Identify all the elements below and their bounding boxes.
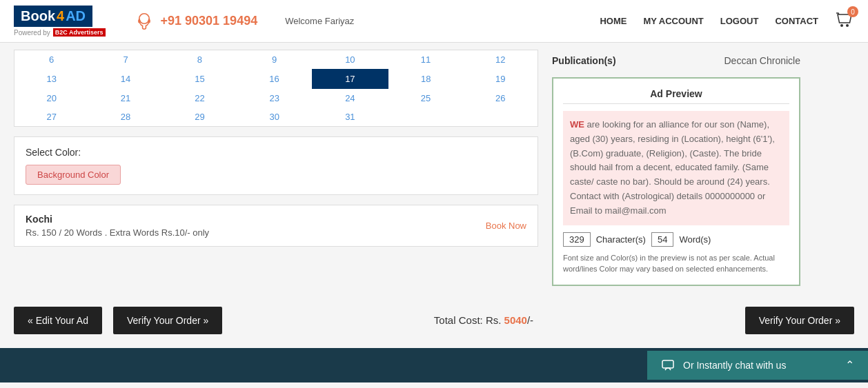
calendar-day[interactable]: 30 — [237, 108, 312, 126]
logo-area: Book 4 AD Powered by B2C Advertisers — [14, 6, 106, 37]
characters-label: Character(s) — [596, 234, 646, 245]
kochi-price: Rs. 150 / 20 Words . Extra Words Rs.10/-… — [26, 227, 209, 238]
ad-text-body: are looking for an alliance for our son … — [570, 119, 775, 216]
calendar-day[interactable]: 29 — [163, 108, 237, 126]
publications-row: Publication(s) Deccan Chronicle — [552, 50, 800, 72]
svg-point-4 — [846, 24, 849, 27]
calendar-container: 6789101112131415161718192021222324252627… — [14, 50, 538, 127]
ad-preview-text: WE are looking for an alliance for our s… — [563, 111, 789, 225]
chat-label: Or Instantly chat with us — [683, 360, 786, 371]
calendar-day[interactable]: 16 — [237, 70, 312, 89]
calendar-day[interactable]: 27 — [14, 108, 88, 126]
svg-rect-2 — [148, 19, 150, 23]
calendar-day[interactable]: 22 — [163, 89, 237, 108]
calendar-day[interactable]: 20 — [14, 89, 88, 108]
select-color-section: Select Color: Background Color — [14, 136, 538, 195]
edit-ad-button[interactable]: « Edit Your Ad — [14, 307, 102, 334]
ad-stats-row: 329 Character(s) 54 Word(s) — [563, 232, 789, 247]
phone-area: +91 90301 19494 — [133, 10, 258, 32]
nav-my-account[interactable]: MY ACCOUNT — [643, 16, 703, 26]
calendar-day[interactable]: 9 — [237, 50, 312, 70]
total-cost-amount: 5040 — [504, 314, 527, 326]
powered-by: Powered by B2C Advertisers — [14, 28, 106, 37]
phone-number[interactable]: +91 90301 19494 — [161, 14, 258, 28]
chevron-up-icon: ⌃ — [845, 358, 854, 371]
header: Book 4 AD Powered by B2C Advertisers +91… — [0, 0, 868, 43]
cart-badge: 0 — [847, 6, 858, 17]
right-panel: Publication(s) Deccan Chronicle Ad Previ… — [552, 50, 800, 286]
footer-chat: Or Instantly chat with us ⌃ — [0, 348, 868, 382]
svg-point-3 — [840, 24, 843, 27]
calendar-day[interactable] — [388, 108, 464, 126]
welcome-text: Welcome Fariyaz — [285, 16, 354, 26]
kochi-left: Kochi Rs. 150 / 20 Words . Extra Words R… — [26, 214, 209, 238]
publications-value: Deccan Chronicle — [724, 55, 801, 66]
words-count: 54 — [651, 232, 673, 247]
nav-links: HOME MY ACCOUNT LOGOUT CONTACT 0 — [600, 10, 854, 32]
total-cost-label: Total Cost: Rs. — [434, 314, 502, 326]
svg-point-0 — [139, 13, 148, 23]
calendar-day[interactable]: 11 — [388, 50, 464, 70]
chat-icon — [661, 358, 675, 372]
b2c-logo: B2C Advertisers — [53, 28, 106, 37]
total-cost-suffix: /- — [527, 314, 533, 326]
logo-four: 4 — [57, 8, 64, 24]
ad-text-bold: WE — [570, 119, 584, 130]
cart-icon-wrap[interactable]: 0 — [835, 10, 854, 32]
calendar-day[interactable]: 6 — [14, 50, 88, 70]
publications-label: Publication(s) — [552, 55, 616, 66]
main-content: 6789101112131415161718192021222324252627… — [0, 43, 868, 300]
svg-rect-5 — [662, 360, 673, 368]
book-now-link[interactable]: Book Now — [486, 221, 526, 231]
ad-preview-box: Ad Preview WE are looking for an allianc… — [552, 77, 800, 286]
calendar-day[interactable]: 14 — [88, 70, 162, 89]
calendar-day[interactable]: 17 — [312, 70, 388, 89]
svg-rect-1 — [138, 19, 140, 23]
nav-contact[interactable]: CONTACT — [775, 16, 818, 26]
calendar-day[interactable]: 12 — [464, 50, 537, 70]
words-label: Word(s) — [679, 234, 711, 245]
calendar-day[interactable]: 28 — [88, 108, 162, 126]
logo-book: Book — [21, 8, 55, 24]
calendar-day[interactable]: 26 — [464, 89, 537, 108]
calendar-day[interactable]: 10 — [312, 50, 388, 70]
bottom-bar: « Edit Your Ad Verify Your Order » Total… — [0, 300, 868, 341]
headset-icon — [133, 10, 155, 32]
kochi-section: Kochi Rs. 150 / 20 Words . Extra Words R… — [14, 205, 538, 247]
background-color-button[interactable]: Background Color — [26, 165, 121, 185]
kochi-title: Kochi — [26, 214, 209, 225]
calendar-day[interactable]: 13 — [14, 70, 88, 89]
calendar-day[interactable]: 8 — [163, 50, 237, 70]
calendar-day[interactable]: 31 — [312, 108, 388, 126]
calendar-day[interactable]: 24 — [312, 89, 388, 108]
verify-order-left-button[interactable]: Verify Your Order » — [113, 307, 222, 334]
select-color-title: Select Color: — [26, 147, 526, 158]
logo[interactable]: Book 4 AD — [14, 6, 92, 27]
calendar-day[interactable]: 18 — [388, 70, 464, 89]
calendar-day[interactable]: 15 — [163, 70, 237, 89]
calendar-day[interactable] — [464, 108, 537, 126]
calendar-table: 6789101112131415161718192021222324252627… — [14, 50, 537, 126]
chat-bar[interactable]: Or Instantly chat with us ⌃ — [647, 351, 868, 380]
total-cost: Total Cost: Rs. 5040/- — [233, 314, 733, 326]
calendar-day[interactable]: 21 — [88, 89, 162, 108]
left-panel: 6789101112131415161718192021222324252627… — [14, 50, 538, 286]
logo-ad: AD — [66, 8, 86, 24]
verify-order-right-button[interactable]: Verify Your Order » — [745, 307, 854, 334]
ad-preview-title: Ad Preview — [563, 88, 789, 104]
calendar-day[interactable]: 7 — [88, 50, 162, 70]
calendar-day[interactable]: 23 — [237, 89, 312, 108]
characters-count: 329 — [563, 232, 591, 247]
calendar-day[interactable]: 19 — [464, 70, 537, 89]
nav-home[interactable]: HOME — [600, 16, 627, 26]
nav-logout[interactable]: LOGOUT — [720, 16, 759, 26]
calendar-day[interactable]: 25 — [388, 89, 464, 108]
preview-note: Font size and Color(s) in the preview is… — [563, 252, 789, 275]
